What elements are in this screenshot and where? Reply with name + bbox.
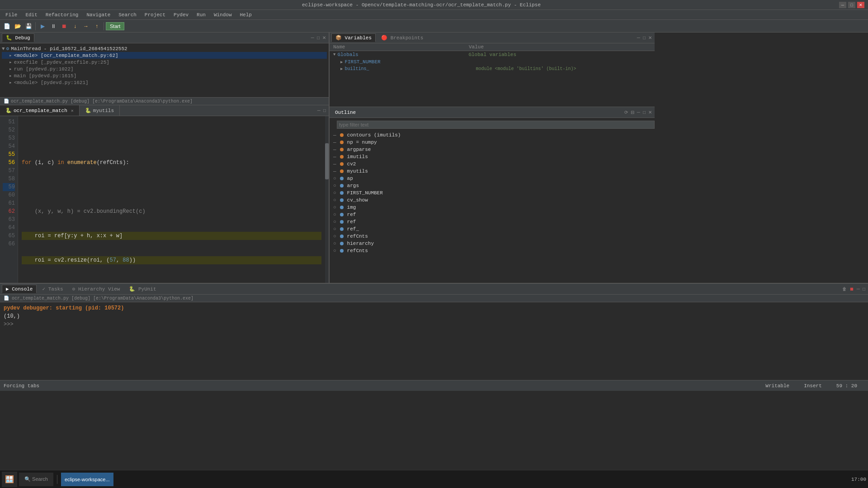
menu-project[interactable]: Project: [141, 11, 169, 19]
outline-item-13[interactable]: ○ ref_: [330, 225, 655, 233]
outline-item-11[interactable]: ○ ref: [330, 211, 655, 218]
outline-filter-input[interactable]: [337, 121, 655, 129]
outline-item-3[interactable]: — imutils: [330, 153, 655, 160]
debug-suspend[interactable]: ⏸: [48, 21, 58, 31]
vars-close[interactable]: ✕: [647, 34, 653, 41]
tree-frame-3[interactable]: ▸ main [pydevd.py:1615]: [2, 72, 327, 79]
minimize-button[interactable]: ─: [839, 2, 846, 8]
new-button[interactable]: 📄: [2, 21, 12, 31]
outline-item-1[interactable]: — np = numpy: [330, 139, 655, 146]
outline-item-2[interactable]: — argparse: [330, 146, 655, 153]
menu-window[interactable]: Window: [210, 11, 236, 19]
outline-item-7[interactable]: ○ args: [330, 182, 655, 189]
menu-file[interactable]: File: [2, 11, 21, 19]
console-maximize[interactable]: □: [862, 286, 866, 292]
debug-tab-bar: 🐛 Debug ─ □ ✕: [0, 33, 329, 43]
console-stop[interactable]: ⏹: [849, 286, 855, 292]
tab-outline[interactable]: Outline: [331, 109, 359, 116]
outline-sync[interactable]: ⟳: [623, 109, 629, 116]
debug-stop[interactable]: ⏹: [59, 21, 69, 31]
tab-debug[interactable]: 🐛 Debug: [2, 33, 34, 42]
menu-pydev[interactable]: Pydev: [170, 11, 192, 19]
tab-ocr-template-match[interactable]: 🐍 ocr_template_match ✕: [0, 105, 80, 116]
tab-variables[interactable]: 📦 Variables: [331, 33, 376, 42]
tab-hierarchy[interactable]: ⊙ Hierarchy View: [69, 285, 124, 293]
outline-maximize[interactable]: □: [642, 109, 646, 116]
vars-row-builtins[interactable]: ▶ builtins_ module <module 'builtins' (b…: [330, 66, 655, 72]
outline-item-10[interactable]: ○ img: [330, 204, 655, 211]
close-button[interactable]: ✕: [857, 2, 864, 8]
tree-frame-4[interactable]: ▸ <module> [pydevd.py:1621]: [2, 79, 327, 86]
debug-icon: 🐛: [6, 35, 12, 41]
code-content[interactable]: for (i, c) in enumerate(refCnts): (x, y,…: [18, 116, 325, 283]
outline-label-14: refCnts: [347, 234, 368, 239]
save-button[interactable]: 💾: [24, 21, 33, 31]
tab-breakpoints[interactable]: 🔴 Breakpoints: [377, 34, 427, 42]
console-minimize[interactable]: ─: [856, 286, 861, 292]
vars-minimize[interactable]: ─: [636, 34, 641, 41]
vars-row-first-number[interactable]: ▶ FIRST_NUMBER: [330, 58, 655, 66]
debug-tree: ▼ ⚙ MainThread - pid_10572_id_2684541522…: [0, 43, 329, 98]
debug-panel-maximize[interactable]: □: [316, 34, 321, 41]
frame-label-0: <module> [ocr_template_match.py:62]: [14, 53, 118, 58]
menu-refactoring[interactable]: Refactoring: [42, 11, 82, 19]
outline-dot-0: [340, 133, 344, 137]
outline-item-16[interactable]: ○ refCnts: [330, 247, 655, 254]
editor-scrollbar[interactable]: [325, 116, 329, 283]
outline-item-15[interactable]: ○ hierarchy: [330, 240, 655, 247]
editor-minimize[interactable]: ─: [316, 107, 321, 114]
outline-item-4[interactable]: — cv2: [330, 160, 655, 168]
code-editor[interactable]: 51 52 53 54 55 56 57 58 59 60 61 62 63 6…: [0, 116, 329, 283]
outline-item-12[interactable]: ○ ref: [330, 218, 655, 225]
tab-tasks[interactable]: ✓ Tasks: [38, 285, 66, 293]
debug-panel-minimize[interactable]: ─: [310, 34, 315, 41]
editor-scrollbar-thumb[interactable]: [325, 143, 329, 179]
outline-item-8[interactable]: ○ FIRST_NUMBER: [330, 189, 655, 197]
tab-close-0[interactable]: ✕: [71, 108, 74, 113]
outline-label-12: ref: [347, 219, 356, 225]
console-clear[interactable]: 🗑: [841, 286, 848, 292]
tab-myutils[interactable]: 🐍 myutils: [80, 105, 120, 116]
outline-minimize[interactable]: ─: [636, 109, 641, 116]
start-menu-button[interactable]: 🪟: [2, 472, 17, 487]
editor-maximize[interactable]: □: [322, 107, 327, 114]
taskbar-eclipse[interactable]: eclipse-workspace...: [61, 473, 113, 486]
menu-help[interactable]: Help: [236, 11, 255, 19]
menu-search[interactable]: Search: [115, 11, 140, 19]
vars-row-globals[interactable]: ▼ Globals Global variables: [330, 51, 655, 58]
menu-navigate[interactable]: Navigate: [83, 11, 114, 19]
debug-step-over[interactable]: →: [81, 21, 91, 31]
outline-label-0: contours (imutils): [347, 132, 401, 138]
tree-item-main[interactable]: ▼ ⚙ MainThread - pid_10572_id_2684541522…: [2, 45, 327, 52]
tree-frame-0[interactable]: ▸ <module> [ocr_template_match.py:62]: [2, 52, 327, 59]
vars-maximize[interactable]: □: [642, 34, 646, 41]
vars-name-globals: Globals: [337, 52, 468, 57]
outline-filter-container[interactable]: [330, 118, 655, 131]
debug-footer: 📄 ocr_template_match.py [debug] [e:\Prog…: [0, 98, 329, 105]
menu-edit[interactable]: Edit: [22, 11, 41, 19]
taskbar-search[interactable]: 🔍 Search: [19, 473, 53, 486]
outline-item-14[interactable]: ○ refCnts: [330, 233, 655, 240]
bottom-area: ▶ Console ✓ Tasks ⊙ Hierarchy View 🐍 PyU…: [0, 283, 868, 380]
outline-collapse[interactable]: ⊟: [630, 109, 635, 116]
debug-panel-close[interactable]: ✕: [321, 34, 327, 41]
outline-dot-13: [340, 227, 344, 231]
outline-item-0[interactable]: — contours (imutils): [330, 131, 655, 139]
outline-item-9[interactable]: ○ cv_show: [330, 197, 655, 204]
debug-resume[interactable]: ▶: [38, 21, 47, 31]
outline-close[interactable]: ✕: [647, 109, 653, 116]
vars-col-name: Name: [333, 44, 469, 50]
frame-label-4: <module> [pydevd.py:1621]: [14, 80, 89, 85]
maximize-button[interactable]: □: [848, 2, 855, 8]
debug-step-return[interactable]: ↑: [92, 21, 102, 31]
tree-frame-1[interactable]: ▸ execfile [_pydev_execfile.py:25]: [2, 59, 327, 66]
tree-frame-2[interactable]: ▸ run [pydevd.py:1022]: [2, 66, 327, 72]
tab-console[interactable]: ▶ Console: [2, 285, 37, 293]
outline-item-5[interactable]: — myutils: [330, 168, 655, 175]
debug-step-into[interactable]: ↓: [70, 21, 80, 31]
menu-run[interactable]: Run: [193, 11, 209, 19]
outline-item-6[interactable]: ○ ap: [330, 175, 655, 182]
tab-pyunit[interactable]: 🐍 PyUnit: [125, 285, 160, 293]
start-button[interactable]: Start: [106, 22, 124, 30]
open-button[interactable]: 📂: [13, 21, 23, 31]
